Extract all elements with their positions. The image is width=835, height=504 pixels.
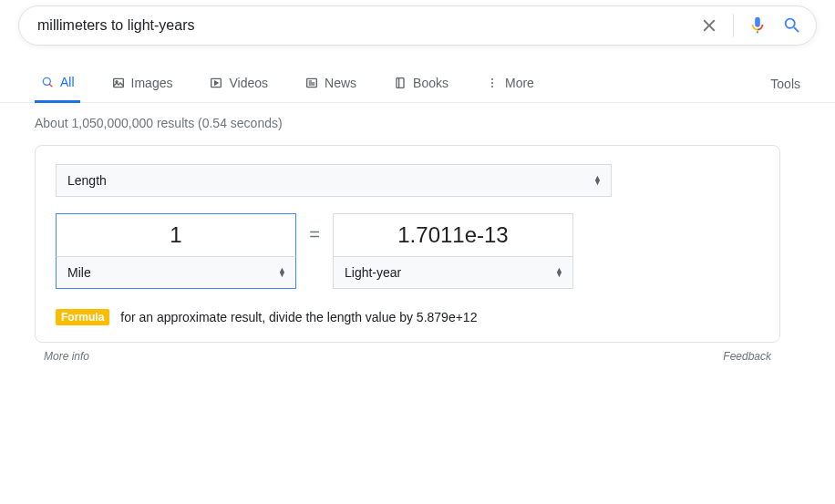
category-select[interactable]: Length ▲▼	[56, 164, 612, 197]
feedback-link[interactable]: Feedback	[723, 350, 771, 363]
to-unit-label: Light-year	[345, 265, 401, 280]
search-icon[interactable]	[781, 15, 803, 36]
result-stats: About 1,050,000,000 results (0.54 second…	[35, 116, 835, 130]
tabs-bar: All Images Videos News Books More Tools	[0, 66, 835, 103]
chevron-updown-icon: ▲▼	[593, 176, 602, 185]
search-bar	[18, 5, 817, 46]
clear-icon[interactable]	[698, 15, 720, 36]
to-column: Light-year ▲▼	[333, 213, 573, 289]
search-input[interactable]	[37, 17, 698, 34]
to-unit-select[interactable]: Light-year ▲▼	[333, 256, 573, 289]
tools-button[interactable]: Tools	[770, 67, 800, 100]
formula-row: Formula for an approximate result, divid…	[56, 309, 759, 325]
svg-rect-9	[397, 78, 404, 88]
svg-line-1	[49, 84, 52, 87]
tab-more[interactable]: More	[479, 67, 540, 101]
more-info-link[interactable]: More info	[44, 350, 89, 363]
svg-rect-2	[113, 78, 123, 87]
svg-point-11	[491, 78, 493, 80]
tab-label: News	[325, 76, 356, 90]
equals-sign: =	[296, 213, 333, 245]
svg-point-13	[491, 86, 493, 87]
chevron-updown-icon: ▲▼	[278, 268, 286, 277]
tab-books[interactable]: Books	[387, 67, 454, 101]
tab-label: All	[60, 75, 75, 89]
svg-point-12	[491, 82, 493, 84]
from-unit-select[interactable]: Mile ▲▼	[56, 256, 296, 289]
tab-label: Videos	[229, 76, 268, 90]
tab-news[interactable]: News	[299, 67, 362, 101]
tab-videos[interactable]: Videos	[203, 67, 273, 101]
from-value-input[interactable]	[56, 213, 296, 257]
from-column: Mile ▲▼	[56, 213, 296, 289]
tab-images[interactable]: Images	[106, 67, 179, 101]
separator	[733, 14, 734, 37]
chevron-updown-icon: ▲▼	[555, 268, 563, 277]
tab-label: Books	[413, 76, 448, 90]
category-label: Length	[67, 173, 107, 188]
to-value-input[interactable]	[333, 213, 573, 257]
mic-icon[interactable]	[747, 15, 768, 36]
tab-all[interactable]: All	[35, 66, 80, 103]
unit-converter-card: Length ▲▼ Mile ▲▼ = Light-year ▲▼ Formul…	[35, 145, 780, 343]
card-footer: More info Feedback	[35, 348, 780, 365]
formula-text: for an approximate result, divide the le…	[120, 310, 477, 324]
from-unit-label: Mile	[67, 265, 91, 280]
tab-label: Images	[131, 76, 173, 90]
tab-label: More	[505, 76, 534, 90]
formula-badge: Formula	[56, 309, 109, 325]
